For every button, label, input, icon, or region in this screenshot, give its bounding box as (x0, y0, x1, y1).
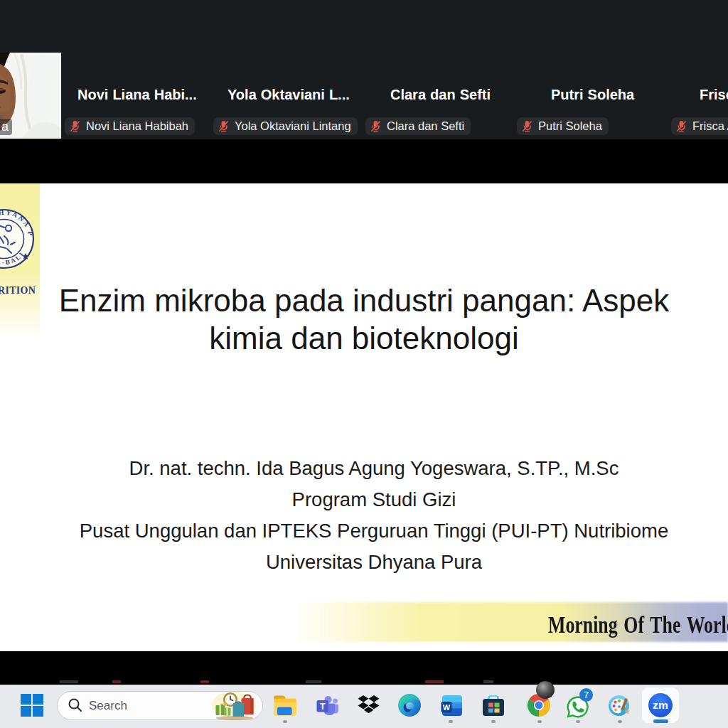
svg-text:W: W (443, 703, 451, 712)
svg-text:T: T (320, 702, 326, 712)
